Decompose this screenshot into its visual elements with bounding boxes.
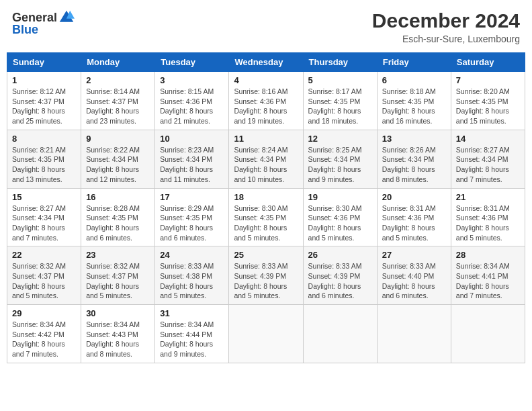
calendar-day-15: 15Sunrise: 8:27 AMSunset: 4:34 PMDayligh… <box>7 188 81 246</box>
weekday-header-thursday: Thursday <box>303 53 377 72</box>
weekday-header-sunday: Sunday <box>7 53 81 72</box>
empty-cell <box>303 305 377 363</box>
day-info: Sunrise: 8:34 AMSunset: 4:42 PMDaylight:… <box>12 320 76 359</box>
calendar-day-11: 11Sunrise: 8:24 AMSunset: 4:34 PMDayligh… <box>229 130 303 188</box>
day-number: 19 <box>308 192 372 202</box>
day-info: Sunrise: 8:31 AMSunset: 4:36 PMDaylight:… <box>456 203 520 243</box>
day-number: 30 <box>86 308 150 318</box>
day-number: 10 <box>160 134 224 144</box>
day-number: 9 <box>86 134 150 144</box>
calendar-day-23: 23Sunrise: 8:32 AMSunset: 4:37 PMDayligh… <box>81 246 155 305</box>
day-info: Sunrise: 8:30 AMSunset: 4:36 PMDaylight:… <box>308 203 372 243</box>
calendar-day-3: 3Sunrise: 8:15 AMSunset: 4:36 PMDaylight… <box>155 72 229 130</box>
day-info: Sunrise: 8:33 AMSunset: 4:39 PMDaylight:… <box>234 261 298 301</box>
day-info: Sunrise: 8:25 AMSunset: 4:34 PMDaylight:… <box>308 145 372 185</box>
day-info: Sunrise: 8:32 AMSunset: 4:37 PMDaylight:… <box>86 261 150 301</box>
day-number: 11 <box>234 134 298 144</box>
calendar-day-8: 8Sunrise: 8:21 AMSunset: 4:35 PMDaylight… <box>7 130 81 188</box>
day-number: 28 <box>456 250 520 260</box>
day-info: Sunrise: 8:26 AMSunset: 4:34 PMDaylight:… <box>382 145 446 185</box>
calendar-day-14: 14Sunrise: 8:27 AMSunset: 4:34 PMDayligh… <box>451 130 525 188</box>
calendar-day-21: 21Sunrise: 8:31 AMSunset: 4:36 PMDayligh… <box>451 188 525 246</box>
day-info: Sunrise: 8:23 AMSunset: 4:34 PMDaylight:… <box>160 145 224 185</box>
calendar-week-2: 8Sunrise: 8:21 AMSunset: 4:35 PMDaylight… <box>7 130 525 188</box>
day-info: Sunrise: 8:34 AMSunset: 4:44 PMDaylight:… <box>160 320 224 359</box>
day-info: Sunrise: 8:32 AMSunset: 4:37 PMDaylight:… <box>12 261 76 301</box>
day-info: Sunrise: 8:34 AMSunset: 4:43 PMDaylight:… <box>86 320 150 359</box>
logo: General Blue <box>12 9 75 37</box>
weekday-header-tuesday: Tuesday <box>155 53 229 72</box>
day-number: 29 <box>12 308 76 318</box>
day-info: Sunrise: 8:27 AMSunset: 4:34 PMDaylight:… <box>456 145 520 185</box>
day-number: 20 <box>382 192 446 202</box>
day-info: Sunrise: 8:15 AMSunset: 4:36 PMDaylight:… <box>160 87 224 126</box>
calendar-week-1: 1Sunrise: 8:12 AMSunset: 4:37 PMDaylight… <box>7 72 525 130</box>
calendar-day-25: 25Sunrise: 8:33 AMSunset: 4:39 PMDayligh… <box>229 246 303 305</box>
month-title: December 2024 <box>372 9 520 32</box>
day-number: 13 <box>382 134 446 144</box>
calendar-day-5: 5Sunrise: 8:17 AMSunset: 4:35 PMDaylight… <box>303 72 377 130</box>
day-number: 26 <box>308 250 372 260</box>
calendar-week-3: 15Sunrise: 8:27 AMSunset: 4:34 PMDayligh… <box>7 188 525 246</box>
calendar-day-6: 6Sunrise: 8:18 AMSunset: 4:35 PMDaylight… <box>377 72 451 130</box>
calendar-day-1: 1Sunrise: 8:12 AMSunset: 4:37 PMDaylight… <box>7 72 81 130</box>
calendar-day-2: 2Sunrise: 8:14 AMSunset: 4:37 PMDaylight… <box>81 72 155 130</box>
day-number: 8 <box>12 134 76 144</box>
calendar-day-20: 20Sunrise: 8:31 AMSunset: 4:36 PMDayligh… <box>377 188 451 246</box>
calendar-header-row: SundayMondayTuesdayWednesdayThursdayFrid… <box>7 53 525 72</box>
day-number: 25 <box>234 250 298 260</box>
calendar-day-7: 7Sunrise: 8:20 AMSunset: 4:35 PMDaylight… <box>451 72 525 130</box>
day-number: 21 <box>456 192 520 202</box>
calendar-day-13: 13Sunrise: 8:26 AMSunset: 4:34 PMDayligh… <box>377 130 451 188</box>
weekday-header-monday: Monday <box>81 53 155 72</box>
calendar-day-30: 30Sunrise: 8:34 AMSunset: 4:43 PMDayligh… <box>81 305 155 363</box>
day-number: 7 <box>456 75 520 85</box>
day-number: 18 <box>234 192 298 202</box>
day-number: 3 <box>160 75 224 85</box>
day-number: 15 <box>12 192 76 202</box>
day-number: 31 <box>160 308 224 318</box>
title-area: December 2024 Esch-sur-Sure, Luxembourg <box>372 9 520 44</box>
day-info: Sunrise: 8:31 AMSunset: 4:36 PMDaylight:… <box>382 203 446 243</box>
weekday-header-wednesday: Wednesday <box>229 53 303 72</box>
page-header: General Blue December 2024 Esch-sur-Sure… <box>7 7 525 47</box>
calendar-day-17: 17Sunrise: 8:29 AMSunset: 4:35 PMDayligh… <box>155 188 229 246</box>
calendar-day-12: 12Sunrise: 8:25 AMSunset: 4:34 PMDayligh… <box>303 130 377 188</box>
calendar-body: 1Sunrise: 8:12 AMSunset: 4:37 PMDaylight… <box>7 72 525 363</box>
weekday-header-saturday: Saturday <box>451 53 525 72</box>
weekday-header-friday: Friday <box>377 53 451 72</box>
calendar-day-27: 27Sunrise: 8:33 AMSunset: 4:40 PMDayligh… <box>377 246 451 305</box>
day-info: Sunrise: 8:22 AMSunset: 4:34 PMDaylight:… <box>86 145 150 185</box>
calendar-day-26: 26Sunrise: 8:33 AMSunset: 4:39 PMDayligh… <box>303 246 377 305</box>
day-number: 5 <box>308 75 372 85</box>
calendar-day-9: 9Sunrise: 8:22 AMSunset: 4:34 PMDaylight… <box>81 130 155 188</box>
day-info: Sunrise: 8:33 AMSunset: 4:39 PMDaylight:… <box>308 261 372 301</box>
empty-cell <box>451 305 525 363</box>
day-number: 1 <box>12 75 76 85</box>
day-info: Sunrise: 8:24 AMSunset: 4:34 PMDaylight:… <box>234 145 298 185</box>
day-number: 16 <box>86 192 150 202</box>
day-info: Sunrise: 8:16 AMSunset: 4:36 PMDaylight:… <box>234 87 298 126</box>
day-info: Sunrise: 8:12 AMSunset: 4:37 PMDaylight:… <box>12 87 76 126</box>
calendar-day-10: 10Sunrise: 8:23 AMSunset: 4:34 PMDayligh… <box>155 130 229 188</box>
day-info: Sunrise: 8:34 AMSunset: 4:41 PMDaylight:… <box>456 261 520 301</box>
day-info: Sunrise: 8:33 AMSunset: 4:38 PMDaylight:… <box>160 261 224 301</box>
day-number: 23 <box>86 250 150 260</box>
day-info: Sunrise: 8:30 AMSunset: 4:35 PMDaylight:… <box>234 203 298 243</box>
day-number: 17 <box>160 192 224 202</box>
day-info: Sunrise: 8:27 AMSunset: 4:34 PMDaylight:… <box>12 203 76 243</box>
calendar-week-5: 29Sunrise: 8:34 AMSunset: 4:42 PMDayligh… <box>7 305 525 363</box>
calendar-day-19: 19Sunrise: 8:30 AMSunset: 4:36 PMDayligh… <box>303 188 377 246</box>
calendar-day-29: 29Sunrise: 8:34 AMSunset: 4:42 PMDayligh… <box>7 305 81 363</box>
logo-icon <box>58 9 75 26</box>
day-info: Sunrise: 8:14 AMSunset: 4:37 PMDaylight:… <box>86 87 150 126</box>
day-number: 22 <box>12 250 76 260</box>
day-number: 14 <box>456 134 520 144</box>
day-number: 6 <box>382 75 446 85</box>
day-number: 27 <box>382 250 446 260</box>
calendar-table: SundayMondayTuesdayWednesdayThursdayFrid… <box>7 52 525 363</box>
day-info: Sunrise: 8:29 AMSunset: 4:35 PMDaylight:… <box>160 203 224 243</box>
calendar-day-4: 4Sunrise: 8:16 AMSunset: 4:36 PMDaylight… <box>229 72 303 130</box>
day-info: Sunrise: 8:18 AMSunset: 4:35 PMDaylight:… <box>382 87 446 126</box>
day-number: 2 <box>86 75 150 85</box>
